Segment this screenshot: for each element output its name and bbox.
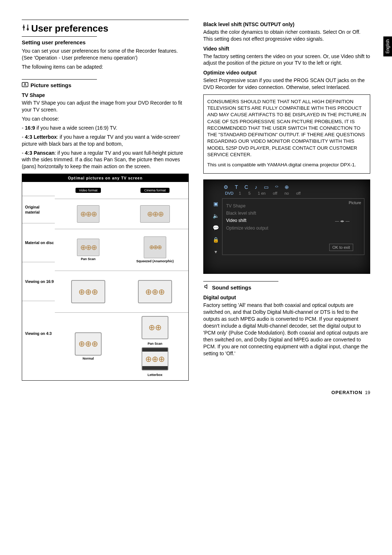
picture-icon bbox=[22, 82, 28, 89]
footer-section: OPERATION bbox=[331, 390, 362, 395]
thumb: ⊕⊕⊕ bbox=[144, 236, 166, 258]
osd-val: no bbox=[285, 191, 289, 196]
footer-page-number: 19 bbox=[365, 390, 370, 395]
body-text: You can set your user preferences for so… bbox=[22, 48, 189, 61]
thumb: ⊕⊕⊕ bbox=[77, 205, 99, 223]
subhead-digital-output: Digital output bbox=[203, 294, 370, 301]
body-text: - 16:9 if you have a wide screen (16:9) … bbox=[22, 125, 189, 131]
svg-point-1 bbox=[24, 84, 26, 85]
osd-val: 1 en bbox=[258, 191, 265, 196]
section-picture-settings: Picture settings bbox=[22, 82, 189, 89]
section-heading-text: Picture settings bbox=[30, 82, 72, 89]
body-text: - 4:3 Panscan: if you have a regular TV … bbox=[22, 150, 189, 170]
caption: Normal bbox=[82, 356, 94, 361]
body-text: - 4:3 Letterbox: if you have a regular T… bbox=[22, 134, 189, 147]
page-title: User preferences bbox=[22, 22, 189, 35]
page-footer: OPERATION 19 bbox=[22, 389, 370, 396]
osd-val: off bbox=[273, 191, 277, 196]
tv-thumb: ⊕⊕⊕ bbox=[71, 280, 105, 303]
row-label: Viewing on 4:3 bbox=[22, 301, 55, 366]
row-label: Material on disc bbox=[22, 223, 55, 262]
osd-ok-button: OK to exit bbox=[329, 244, 353, 251]
osd-pref-icon: ⚙ bbox=[224, 184, 228, 191]
osd-angle-icon: ⌔ bbox=[275, 184, 278, 191]
pill-video-format: Video format bbox=[75, 188, 101, 193]
caption: Pan Scan bbox=[81, 257, 96, 261]
figure-optimal-pictures: Optimal pictures on any TV screen Origin… bbox=[22, 174, 189, 381]
sound-icon bbox=[203, 284, 210, 291]
osd-dvd-label: DVD bbox=[225, 191, 232, 196]
language-tab: English bbox=[383, 36, 392, 56]
osd-panel-title: Picture bbox=[349, 200, 361, 206]
pill-cinema-format: Cinema format bbox=[140, 188, 169, 193]
tv-thumb: ⊕⊕⊕ bbox=[138, 280, 172, 303]
osd-arrow-indicator: — ◂▸ — bbox=[335, 218, 350, 224]
thumb: ⊕⊕⊕ bbox=[140, 205, 170, 223]
caption: Squeezed (Anamorphic) bbox=[136, 259, 173, 263]
osd-item: TV Shape bbox=[226, 203, 360, 209]
osd-side-access-icon: 🔒 bbox=[213, 236, 219, 243]
body-text: With TV Shape you can adjust the image f… bbox=[22, 100, 189, 113]
body-text: The factory setting centers the video on… bbox=[203, 53, 370, 67]
subhead-black-level: Black level shift (NTSC OUTPUT only) bbox=[203, 21, 370, 28]
notice-box: CONSUMERS SHOULD NOTE THAT NOT ALL HIGH … bbox=[203, 94, 370, 174]
row-label: Original material bbox=[22, 196, 55, 223]
section-heading-text: Sound settings bbox=[212, 284, 251, 291]
tv-thumb: ⊕⊕⊕ bbox=[75, 332, 102, 356]
subhead-optimize-video: Optimize video output bbox=[203, 69, 370, 76]
row-label: Viewing on 16:9 bbox=[22, 262, 55, 301]
osd-audio-icon: ♪ bbox=[255, 184, 257, 191]
osd-zoom-icon: ⊕ bbox=[285, 184, 289, 191]
osd-val: off bbox=[296, 191, 301, 196]
rule bbox=[203, 281, 278, 281]
body-text: Factory setting 'All' means that both co… bbox=[203, 302, 370, 357]
tv-thumb: ⊕⊕ bbox=[142, 316, 168, 339]
osd-title-icon: T bbox=[235, 184, 238, 191]
osd-side-lang-icon: 💬 bbox=[213, 224, 219, 231]
osd-val: 1 bbox=[239, 191, 241, 196]
body-text: The following items can be adapted: bbox=[22, 64, 189, 70]
page-title-text: User preferences bbox=[31, 22, 108, 35]
osd-side-down-icon: ▾ bbox=[215, 248, 217, 255]
body-text: Select Progressive scan if you used the … bbox=[203, 77, 370, 91]
rule bbox=[22, 79, 97, 80]
rule bbox=[22, 36, 97, 37]
tv-thumb: ⊕⊕⊕ bbox=[142, 347, 168, 370]
subhead-video-shift: Video shift bbox=[203, 45, 370, 52]
osd-subtitle-icon: ▭ bbox=[264, 184, 269, 191]
body-text: Adapts the color dynamics to obtain rich… bbox=[203, 29, 370, 42]
osd-screenshot: ⚙ T C ♪ ▭ ⌔ ⊕ DVD 1 5 1 en off no off ▣ bbox=[203, 179, 370, 274]
osd-item: Black level shift bbox=[226, 210, 360, 216]
caption: Letterbox bbox=[147, 373, 162, 377]
section-setting-prefs: Setting user preferences bbox=[22, 39, 189, 46]
notice-text: This unit is compatible with YAMAHA digi… bbox=[207, 162, 366, 168]
rule bbox=[22, 20, 189, 20]
figure-title: Optimal pictures on any TV screen bbox=[22, 174, 188, 182]
thumb: ⊕⊕⊕ bbox=[77, 239, 99, 256]
osd-val: 5 bbox=[248, 191, 250, 196]
body-text: You can choose: bbox=[22, 116, 189, 122]
caption: Pan Scan bbox=[148, 341, 163, 346]
osd-item: Optimize video output bbox=[226, 225, 360, 231]
preferences-icon bbox=[22, 22, 28, 35]
subhead-tv-shape: TV Shape bbox=[22, 92, 189, 99]
osd-chapter-icon: C bbox=[245, 184, 248, 191]
osd-side-picture-icon: ▣ bbox=[213, 200, 218, 207]
section-sound-settings: Sound settings bbox=[203, 284, 370, 291]
notice-text: CONSUMERS SHOULD NOTE THAT NOT ALL HIGH … bbox=[207, 98, 366, 158]
osd-side-sound-icon: 🔈 bbox=[213, 212, 219, 219]
